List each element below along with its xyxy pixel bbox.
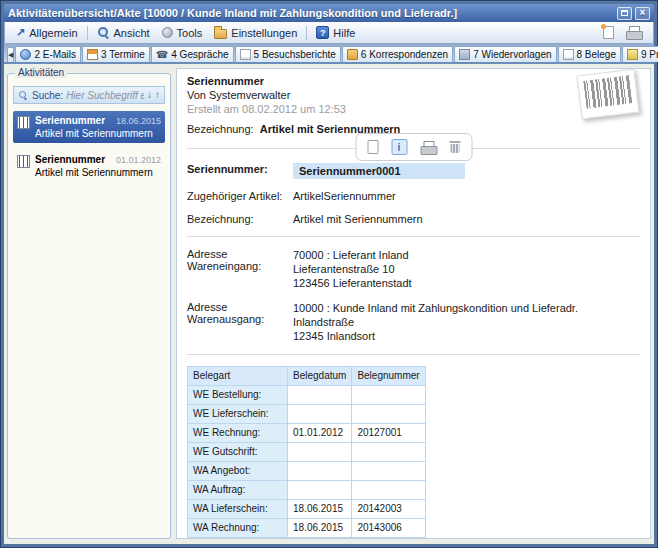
cell-belegdatum: 18.06.2015 [288,519,352,538]
activities-panel: Aktivitäten Suche: Hier Suchbegriff eing… [7,73,171,539]
cell-belegart: WE Rechnung: [188,424,288,443]
serial-number-icon [17,155,30,168]
copy-icon[interactable] [367,140,378,154]
search-icon [18,90,29,101]
followup-icon [459,49,470,60]
table-row: WA Gutschrift: 18.06.2015 20144002 [188,538,426,540]
search-prev-icon[interactable]: ↑ [155,90,160,100]
tab-scroll-left-button[interactable]: ◀ [7,47,14,62]
cell-belegart: WA Lieferschein: [188,500,288,519]
cell-belegnummer [352,481,425,500]
window-title: Aktivitätenübersicht/Akte [10000 / Kunde… [8,7,457,19]
field-value: Artikel mit Seriennummern [293,213,640,225]
tab-belege[interactable]: 8 Belege [558,46,621,62]
search-next-icon[interactable]: ↓ [147,90,152,100]
cell-belegart: WE Bestellung: [188,386,288,405]
cell-belegart: WE Lieferschein: [188,405,288,424]
divider [187,236,640,237]
tab-label: 6 Korrespondenzen [361,49,448,60]
menu-hilfe[interactable]: ? Hilfe [311,24,360,41]
settings-folder-icon [214,29,227,39]
detail-toolbar: i [355,133,472,161]
barcode-bars [583,75,632,108]
address-line: 12345 Inlandsort [293,329,640,343]
cell-belegnummer: 20127001 [352,424,425,443]
table-row: WA Rechnung: 18.06.2015 20143006 [188,519,426,538]
info-icon[interactable]: i [391,139,407,155]
magnifier-icon [97,26,110,39]
tab-wiedervorlagen[interactable]: 7 Wiedervorlagen [454,46,556,62]
menu-label: Tools [177,27,203,39]
table-row: WE Gutschrift: [188,443,426,462]
cell-belegdatum [288,481,352,500]
new-document-button[interactable] [598,24,619,41]
tab-label: 8 Belege [577,49,616,60]
menu-einstellungen[interactable]: Einstellungen [209,24,302,41]
cell-belegdatum [288,405,352,424]
menu-tools[interactable]: Tools [157,25,208,41]
close-icon: × [640,8,646,18]
field-warenausgang: Adresse Warenausgang: 10000 : Kunde Inla… [187,301,640,343]
menu-label: Hilfe [333,27,355,39]
column-header-belegart: Belegart [188,367,288,386]
tab-label: 5 Besuchsberichte [254,49,336,60]
field-label: Bezeichnung: [187,213,293,225]
list-item-seriennummer-2015[interactable]: Seriennummer 18.06.2015 Artikel mit Seri… [13,111,165,143]
tab-projekte[interactable]: 9 Projekte [622,46,658,62]
table-row: WE Bestellung: [188,386,426,405]
restore-button[interactable] [617,7,632,20]
address-line: 10000 : Kunde Inland mit Zahlungskonditi… [293,301,640,315]
menu-allgemein[interactable]: ↗ Allgemein [11,25,83,41]
cell-belegnummer: 20144002 [352,538,425,540]
column-header-belegnummer: Belegnummer [352,367,425,386]
cell-belegnummer: 20142003 [352,500,425,519]
restore-icon [621,10,628,16]
correspondence-icon [347,49,358,60]
field-value: ArtikelSeriennummer [293,190,640,202]
list-item-subtitle: Artikel mit Seriennummern [35,128,161,139]
list-item-date: 01.01.2012 [116,155,161,165]
gear-icon [162,27,173,38]
list-item-seriennummer-2012[interactable]: Seriennummer 01.01.2012 Artikel mit Seri… [13,150,165,182]
cell-belegdatum: 18.06.2015 [288,500,352,519]
field-value-wrap: Seriennummer0001 [293,163,640,179]
cell-belegnummer [352,462,425,481]
tab-gespraeche[interactable]: ☎ 4 Gespräche [151,46,234,62]
field-wareneingang: Adresse Wareneingang: 70000 : Lieferant … [187,248,640,290]
table-row: WE Rechnung: 01.01.2012 20127001 [188,424,426,443]
detail-panel: Seriennummer Von Systemverwalter Erstell… [176,68,651,539]
cell-belegnummer [352,405,425,424]
tab-besuchsberichte[interactable]: 5 Besuchsberichte [235,46,341,62]
cell-belegart: WE Gutschrift: [188,443,288,462]
tab-emails[interactable]: 2 E-Mails [15,46,81,62]
tab-bar: ◀ 2 E-Mails 3 Termine ☎ 4 Gespräche 5 Be… [4,44,654,64]
list-item-title: Seriennummer [35,154,105,165]
arrow-ne-icon: ↗ [16,27,25,38]
close-button[interactable]: × [635,7,650,20]
detail-toolbar-row: i [187,129,640,159]
tab-korrespondenzen[interactable]: 6 Korrespondenzen [342,46,453,62]
menu-label: Allgemein [29,27,77,39]
report-icon [240,49,251,60]
chevron-left-icon: ◀ [8,51,13,59]
field-seriennummer: Seriennummer: Seriennummer0001 [187,163,640,179]
divider [187,354,640,355]
cell-belegart: WA Gutschrift: [188,538,288,540]
tab-label: 2 E-Mails [34,49,76,60]
print-button[interactable] [621,24,647,41]
search-input[interactable]: Suche: Hier Suchbegriff eingeben ... ↓ ↑ [13,86,165,104]
tab-label: 4 Gespräche [171,49,228,60]
menu-label: Ansicht [114,27,150,39]
table-row: WA Auftrag: [188,481,426,500]
cell-belegdatum [288,462,352,481]
new-document-icon [603,26,614,39]
menu-ansicht[interactable]: Ansicht [92,24,155,41]
cell-belegdatum [288,443,352,462]
menu-separator [87,26,88,40]
cell-belegnummer [352,443,425,462]
tab-termine[interactable]: 3 Termine [82,46,150,62]
print-icon[interactable] [420,141,436,154]
document-icon [563,49,574,60]
delete-icon[interactable] [449,140,460,154]
detail-created: Erstellt am 08.02.2012 um 12:53 [187,103,640,115]
